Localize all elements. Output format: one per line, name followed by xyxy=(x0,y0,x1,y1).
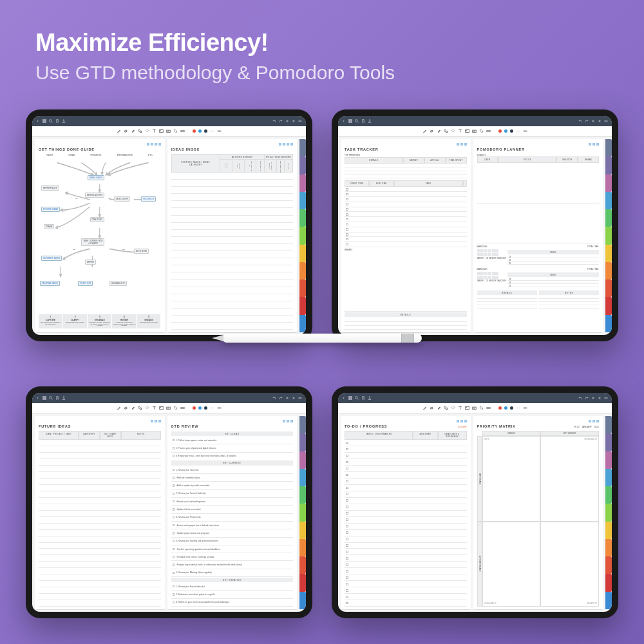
list-row[interactable] xyxy=(39,491,161,498)
link-icon[interactable] xyxy=(479,406,484,410)
side-tab[interactable] xyxy=(299,192,306,209)
link-icon[interactable] xyxy=(479,129,484,133)
list-row[interactable] xyxy=(171,301,294,308)
side-tab[interactable] xyxy=(605,469,612,486)
list-row[interactable] xyxy=(171,230,294,237)
grid-icon[interactable] xyxy=(43,119,46,123)
list-row[interactable] xyxy=(345,446,467,453)
list-row[interactable] xyxy=(39,498,161,504)
list-row[interactable] xyxy=(345,232,467,238)
list-row[interactable] xyxy=(39,594,161,600)
list-row[interactable] xyxy=(345,202,467,207)
side-tab[interactable] xyxy=(605,245,612,262)
redo-icon[interactable] xyxy=(585,396,589,400)
close-icon[interactable] xyxy=(292,396,296,400)
list-row[interactable] xyxy=(39,562,161,568)
stroke-thick-icon[interactable] xyxy=(217,129,222,133)
list-row[interactable] xyxy=(345,574,467,581)
list-row[interactable] xyxy=(345,227,467,232)
back-icon[interactable] xyxy=(36,119,40,123)
list-row[interactable] xyxy=(345,562,467,568)
highlighter-icon[interactable] xyxy=(131,406,135,410)
list-row[interactable] xyxy=(345,472,467,478)
side-tab[interactable] xyxy=(299,416,306,433)
list-row[interactable] xyxy=(345,242,467,247)
side-tab[interactable] xyxy=(299,556,306,574)
list-row[interactable] xyxy=(171,265,294,272)
camera-icon[interactable] xyxy=(472,406,477,410)
bookmark-icon[interactable] xyxy=(55,396,59,400)
list-row[interactable] xyxy=(171,187,294,194)
list-row[interactable] xyxy=(39,524,161,530)
list-row[interactable] xyxy=(345,466,467,472)
list-row[interactable] xyxy=(171,194,294,201)
text-icon[interactable] xyxy=(152,406,156,410)
image-icon[interactable] xyxy=(465,129,469,133)
close-icon[interactable] xyxy=(598,396,601,400)
side-tab[interactable] xyxy=(605,279,612,297)
list-row[interactable] xyxy=(345,594,467,600)
list-row[interactable] xyxy=(171,180,294,187)
shapes-icon[interactable] xyxy=(444,129,448,133)
stroke-thick-icon[interactable] xyxy=(523,129,527,133)
side-tab[interactable] xyxy=(299,486,306,504)
color-blue[interactable] xyxy=(504,129,507,133)
side-tab[interactable] xyxy=(605,574,612,591)
add-icon[interactable] xyxy=(591,119,595,123)
list-row[interactable] xyxy=(39,581,161,587)
list-row[interactable] xyxy=(345,549,467,555)
side-tab[interactable] xyxy=(299,433,306,451)
side-tab[interactable] xyxy=(605,227,612,244)
side-tab[interactable] xyxy=(605,315,612,332)
share-icon[interactable] xyxy=(368,119,372,123)
list-row[interactable] xyxy=(345,175,467,179)
lasso-icon[interactable] xyxy=(451,129,455,133)
side-tab[interactable] xyxy=(605,556,612,574)
back-icon[interactable] xyxy=(36,396,40,400)
color-black[interactable] xyxy=(204,129,207,133)
pen-icon[interactable] xyxy=(117,129,121,133)
list-row[interactable] xyxy=(345,536,467,543)
list-row[interactable] xyxy=(39,440,161,446)
side-tab[interactable] xyxy=(605,504,612,521)
link-icon[interactable] xyxy=(173,406,178,410)
list-row[interactable] xyxy=(171,244,294,251)
list-row[interactable] xyxy=(171,201,294,208)
add-icon[interactable] xyxy=(591,396,595,400)
undo-icon[interactable] xyxy=(578,396,582,400)
color-red[interactable] xyxy=(193,406,196,410)
side-tab[interactable] xyxy=(299,504,306,521)
redo-icon[interactable] xyxy=(585,119,589,123)
list-row[interactable] xyxy=(171,294,294,301)
side-tab[interactable] xyxy=(299,539,306,556)
list-row[interactable] xyxy=(171,208,294,215)
side-tab[interactable] xyxy=(299,245,306,262)
link-icon[interactable] xyxy=(173,129,178,133)
grid-icon[interactable] xyxy=(43,396,46,400)
list-row[interactable] xyxy=(345,187,467,192)
undo-icon[interactable] xyxy=(272,119,276,123)
eraser-icon[interactable] xyxy=(430,406,434,410)
add-icon[interactable] xyxy=(285,119,289,123)
list-row[interactable] xyxy=(171,323,294,330)
side-tab[interactable] xyxy=(605,539,612,556)
list-row[interactable] xyxy=(345,237,467,242)
list-row[interactable] xyxy=(171,316,294,323)
side-tab[interactable] xyxy=(299,592,306,609)
shapes-icon[interactable] xyxy=(444,406,448,410)
list-row[interactable] xyxy=(345,511,467,517)
list-row[interactable] xyxy=(345,498,467,504)
list-row[interactable] xyxy=(171,237,294,244)
list-row[interactable] xyxy=(345,217,467,222)
stroke-thin-icon[interactable] xyxy=(210,129,214,133)
stroke-thin-icon[interactable] xyxy=(516,129,520,133)
list-row[interactable] xyxy=(171,251,294,258)
redo-icon[interactable] xyxy=(279,396,283,400)
color-red[interactable] xyxy=(193,129,196,133)
list-row[interactable] xyxy=(39,568,161,574)
list-row[interactable] xyxy=(345,543,467,549)
list-row[interactable] xyxy=(171,216,294,223)
camera-icon[interactable] xyxy=(472,129,477,133)
list-row[interactable] xyxy=(39,555,161,562)
list-row[interactable] xyxy=(171,308,294,316)
